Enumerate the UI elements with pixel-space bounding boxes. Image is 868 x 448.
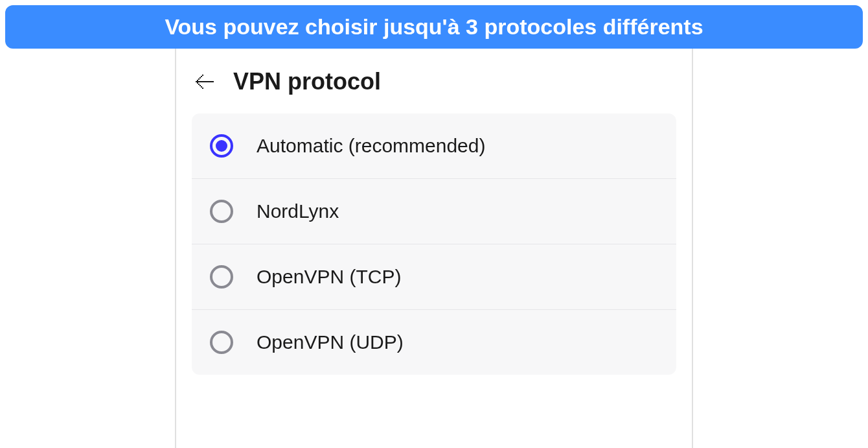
protocol-option-nordlynx[interactable]: NordLynx [192, 179, 676, 244]
radio-selected-icon [210, 134, 233, 158]
screen-header: 🡠 VPN protocol [176, 55, 692, 113]
annotation-banner: Vous pouvez choisir jusqu'à 3 protocoles… [5, 5, 863, 49]
banner-text: Vous pouvez choisir jusqu'à 3 protocoles… [165, 14, 703, 39]
radio-unselected-icon [210, 200, 233, 223]
option-label: NordLynx [257, 200, 339, 222]
option-label: OpenVPN (TCP) [257, 266, 401, 288]
back-arrow-icon[interactable]: 🡠 [194, 71, 215, 92]
protocol-option-openvpn-tcp[interactable]: OpenVPN (TCP) [192, 244, 676, 310]
option-label: OpenVPN (UDP) [257, 331, 404, 353]
protocol-option-automatic[interactable]: Automatic (recommended) [192, 113, 676, 179]
page-title: VPN protocol [233, 68, 381, 95]
radio-unselected-icon [210, 331, 233, 354]
protocol-option-openvpn-udp[interactable]: OpenVPN (UDP) [192, 310, 676, 375]
protocol-options-panel: Automatic (recommended) NordLynx OpenVPN… [192, 113, 676, 375]
radio-unselected-icon [210, 265, 233, 289]
app-screen: 🡠 VPN protocol Automatic (recommended) N… [175, 49, 693, 448]
option-label: Automatic (recommended) [257, 135, 485, 157]
